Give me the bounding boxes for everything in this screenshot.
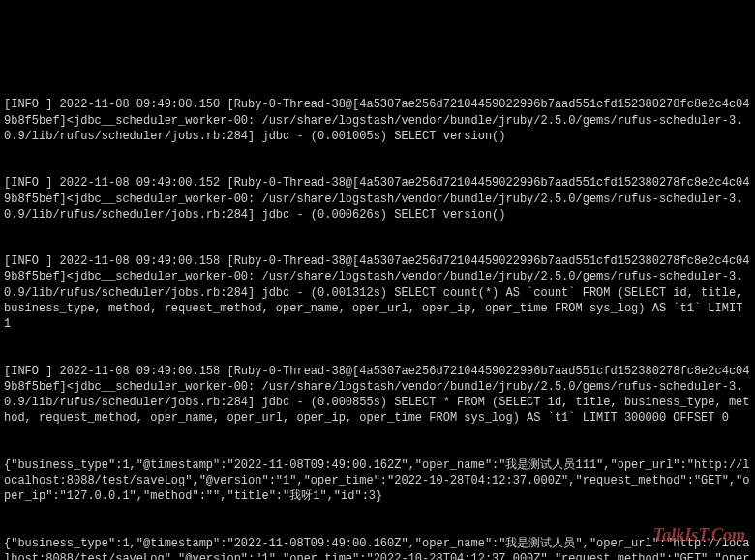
log-line: [INFO ] 2022-11-08 09:49:00.152 [Ruby-0-…: [4, 175, 751, 222]
log-line: [INFO ] 2022-11-08 09:49:00.158 [Ruby-0-…: [4, 253, 751, 332]
terminal-output[interactable]: [INFO ] 2022-11-08 09:49:00.150 [Ruby-0-…: [4, 4, 751, 560]
log-line: {"business_type":1,"@timestamp":"2022-11…: [4, 536, 751, 560]
log-line: [INFO ] 2022-11-08 09:49:00.158 [Ruby-0-…: [4, 364, 751, 427]
log-line: [INFO ] 2022-11-08 09:49:00.150 [Ruby-0-…: [4, 97, 751, 144]
log-line: {"business_type":1,"@timestamp":"2022-11…: [4, 457, 751, 505]
